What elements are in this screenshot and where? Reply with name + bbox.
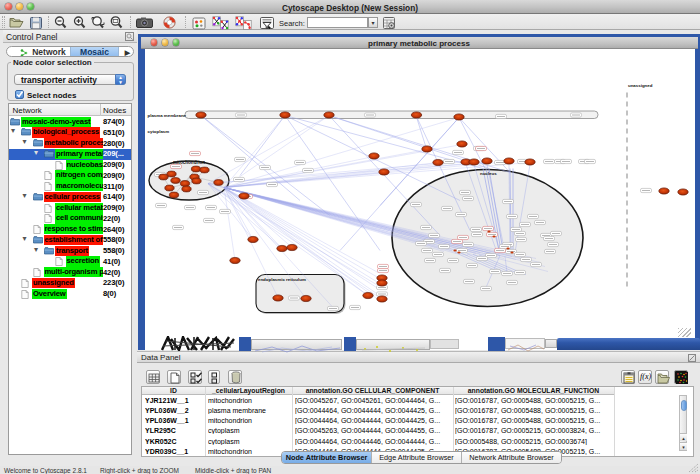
svg-text:plasma membrane: plasma membrane [148, 112, 187, 117]
svg-text:unassigned: unassigned [628, 83, 653, 88]
svg-text:mitochondrion: mitochondrion [173, 160, 205, 165]
svg-text:cytoplasm: cytoplasm [148, 128, 170, 133]
svg-text:nucleus: nucleus [480, 170, 497, 175]
svg-text:endoplasmic reticulum: endoplasmic reticulum [258, 276, 306, 281]
